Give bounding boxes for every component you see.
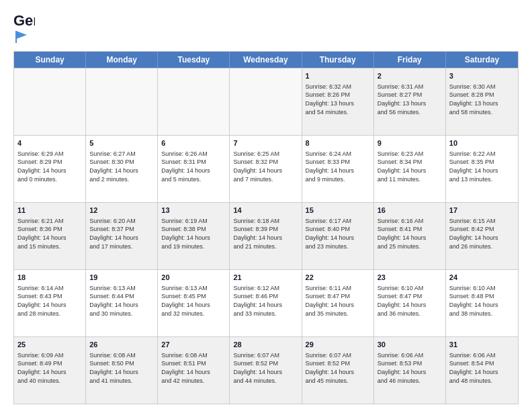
day-cell-25: 25Sunrise: 6:09 AM Sunset: 8:49 PM Dayli… <box>14 337 86 404</box>
day-number: 19 <box>89 273 154 283</box>
day-cell-20: 20Sunrise: 6:13 AM Sunset: 8:45 PM Dayli… <box>158 270 230 336</box>
svg-rect-3 <box>15 31 17 43</box>
day-info: Sunrise: 6:31 AM Sunset: 8:27 PM Dayligh… <box>378 83 442 116</box>
day-number: 14 <box>233 205 298 216</box>
day-cell-30: 30Sunrise: 6:06 AM Sunset: 8:53 PM Dayli… <box>374 337 446 404</box>
day-number: 21 <box>233 273 298 283</box>
day-number: 11 <box>17 205 82 216</box>
day-info: Sunrise: 6:32 AM Sunset: 8:26 PM Dayligh… <box>306 83 370 116</box>
day-cell-3: 3Sunrise: 6:30 AM Sunset: 8:28 PM Daylig… <box>446 68 518 135</box>
calendar-row-4: 18Sunrise: 6:14 AM Sunset: 8:43 PM Dayli… <box>14 269 518 336</box>
day-cell-19: 19Sunrise: 6:13 AM Sunset: 8:44 PM Dayli… <box>86 270 158 336</box>
day-number: 28 <box>233 340 298 350</box>
day-cell-12: 12Sunrise: 6:20 AM Sunset: 8:37 PM Dayli… <box>86 203 158 269</box>
day-cell-1: 1Sunrise: 6:32 AM Sunset: 8:26 PM Daylig… <box>302 68 374 135</box>
day-number: 7 <box>233 138 298 148</box>
day-info: Sunrise: 6:16 AM Sunset: 8:41 PM Dayligh… <box>378 217 442 250</box>
day-info: Sunrise: 6:27 AM Sunset: 8:30 PM Dayligh… <box>89 150 154 183</box>
header-wednesday: Wednesday <box>230 52 302 68</box>
calendar-row-5: 25Sunrise: 6:09 AM Sunset: 8:49 PM Dayli… <box>14 336 518 404</box>
calendar: Sunday Monday Tuesday Wednesday Thursday… <box>13 51 519 404</box>
day-info: Sunrise: 6:11 AM Sunset: 8:47 PM Dayligh… <box>306 284 370 318</box>
empty-cell <box>14 68 86 135</box>
day-cell-17: 17Sunrise: 6:15 AM Sunset: 8:42 PM Dayli… <box>446 203 518 269</box>
day-number: 5 <box>89 138 154 148</box>
empty-cell <box>86 68 158 135</box>
empty-cell <box>158 68 230 135</box>
header-saturday: Saturday <box>446 52 518 68</box>
day-number: 17 <box>449 205 515 216</box>
day-cell-27: 27Sunrise: 6:08 AM Sunset: 8:51 PM Dayli… <box>158 337 230 404</box>
day-cell-6: 6Sunrise: 6:26 AM Sunset: 8:31 PM Daylig… <box>158 136 230 202</box>
day-cell-18: 18Sunrise: 6:14 AM Sunset: 8:43 PM Dayli… <box>14 270 86 336</box>
day-info: Sunrise: 6:26 AM Sunset: 8:31 PM Dayligh… <box>161 150 226 183</box>
day-info: Sunrise: 6:13 AM Sunset: 8:45 PM Dayligh… <box>161 284 226 318</box>
day-info: Sunrise: 6:23 AM Sunset: 8:34 PM Dayligh… <box>378 150 442 183</box>
day-number: 6 <box>161 138 226 148</box>
header-thursday: Thursday <box>302 52 374 68</box>
logo-flag-icon <box>15 30 30 44</box>
header-friday: Friday <box>374 52 446 68</box>
day-cell-24: 24Sunrise: 6:10 AM Sunset: 8:48 PM Dayli… <box>446 270 518 336</box>
svg-text:General: General <box>13 12 35 29</box>
day-number: 22 <box>306 273 370 283</box>
day-number: 9 <box>378 138 442 148</box>
day-cell-5: 5Sunrise: 6:27 AM Sunset: 8:30 PM Daylig… <box>86 136 158 202</box>
day-info: Sunrise: 6:08 AM Sunset: 8:50 PM Dayligh… <box>89 351 154 385</box>
day-info: Sunrise: 6:24 AM Sunset: 8:33 PM Dayligh… <box>306 150 370 183</box>
day-number: 27 <box>161 340 226 350</box>
logo: General <box>13 11 35 44</box>
day-number: 30 <box>378 340 442 350</box>
day-cell-4: 4Sunrise: 6:29 AM Sunset: 8:29 PM Daylig… <box>14 136 86 202</box>
day-info: Sunrise: 6:07 AM Sunset: 8:52 PM Dayligh… <box>306 351 370 385</box>
day-number: 1 <box>306 71 370 81</box>
day-number: 2 <box>378 71 442 81</box>
day-cell-10: 10Sunrise: 6:22 AM Sunset: 8:35 PM Dayli… <box>446 136 518 202</box>
day-info: Sunrise: 6:15 AM Sunset: 8:42 PM Dayligh… <box>449 217 515 250</box>
day-cell-13: 13Sunrise: 6:19 AM Sunset: 8:38 PM Dayli… <box>158 203 230 269</box>
day-info: Sunrise: 6:06 AM Sunset: 8:54 PM Dayligh… <box>449 351 515 385</box>
day-info: Sunrise: 6:12 AM Sunset: 8:46 PM Dayligh… <box>233 284 298 318</box>
day-info: Sunrise: 6:20 AM Sunset: 8:37 PM Dayligh… <box>89 217 154 250</box>
day-info: Sunrise: 6:17 AM Sunset: 8:40 PM Dayligh… <box>306 217 370 250</box>
day-info: Sunrise: 6:19 AM Sunset: 8:38 PM Dayligh… <box>161 217 226 250</box>
page: General Sunday Monday Tuesday <box>0 0 532 411</box>
header: General <box>13 11 519 44</box>
day-cell-22: 22Sunrise: 6:11 AM Sunset: 8:47 PM Dayli… <box>302 270 374 336</box>
day-cell-15: 15Sunrise: 6:17 AM Sunset: 8:40 PM Dayli… <box>302 203 374 269</box>
day-number: 15 <box>306 205 370 216</box>
day-cell-29: 29Sunrise: 6:07 AM Sunset: 8:52 PM Dayli… <box>302 337 374 404</box>
header-tuesday: Tuesday <box>158 52 230 68</box>
day-info: Sunrise: 6:18 AM Sunset: 8:39 PM Dayligh… <box>233 217 298 250</box>
day-number: 18 <box>17 273 82 283</box>
day-cell-26: 26Sunrise: 6:08 AM Sunset: 8:50 PM Dayli… <box>86 337 158 404</box>
day-number: 10 <box>449 138 515 148</box>
day-number: 25 <box>17 340 82 350</box>
day-cell-2: 2Sunrise: 6:31 AM Sunset: 8:27 PM Daylig… <box>374 68 446 135</box>
day-cell-23: 23Sunrise: 6:10 AM Sunset: 8:47 PM Dayli… <box>374 270 446 336</box>
day-number: 23 <box>378 273 442 283</box>
day-cell-8: 8Sunrise: 6:24 AM Sunset: 8:33 PM Daylig… <box>302 136 374 202</box>
day-cell-16: 16Sunrise: 6:16 AM Sunset: 8:41 PM Dayli… <box>374 203 446 269</box>
day-cell-14: 14Sunrise: 6:18 AM Sunset: 8:39 PM Dayli… <box>230 203 302 269</box>
day-info: Sunrise: 6:22 AM Sunset: 8:35 PM Dayligh… <box>449 150 515 183</box>
calendar-row-1: 1Sunrise: 6:32 AM Sunset: 8:26 PM Daylig… <box>14 68 518 135</box>
day-number: 24 <box>449 273 515 283</box>
calendar-row-3: 11Sunrise: 6:21 AM Sunset: 8:36 PM Dayli… <box>14 202 518 269</box>
day-info: Sunrise: 6:07 AM Sunset: 8:52 PM Dayligh… <box>233 351 298 385</box>
day-cell-7: 7Sunrise: 6:25 AM Sunset: 8:32 PM Daylig… <box>230 136 302 202</box>
calendar-row-2: 4Sunrise: 6:29 AM Sunset: 8:29 PM Daylig… <box>14 135 518 202</box>
day-info: Sunrise: 6:06 AM Sunset: 8:53 PM Dayligh… <box>378 351 442 385</box>
day-number: 16 <box>378 205 442 216</box>
calendar-header: Sunday Monday Tuesday Wednesday Thursday… <box>14 52 518 68</box>
header-sunday: Sunday <box>14 52 86 68</box>
svg-marker-2 <box>16 31 27 39</box>
day-cell-11: 11Sunrise: 6:21 AM Sunset: 8:36 PM Dayli… <box>14 203 86 269</box>
day-number: 4 <box>17 138 82 148</box>
day-info: Sunrise: 6:10 AM Sunset: 8:47 PM Dayligh… <box>378 284 442 318</box>
day-number: 3 <box>449 71 515 81</box>
day-number: 12 <box>89 205 154 216</box>
header-monday: Monday <box>86 52 158 68</box>
day-number: 8 <box>306 138 370 148</box>
day-info: Sunrise: 6:08 AM Sunset: 8:51 PM Dayligh… <box>161 351 226 385</box>
